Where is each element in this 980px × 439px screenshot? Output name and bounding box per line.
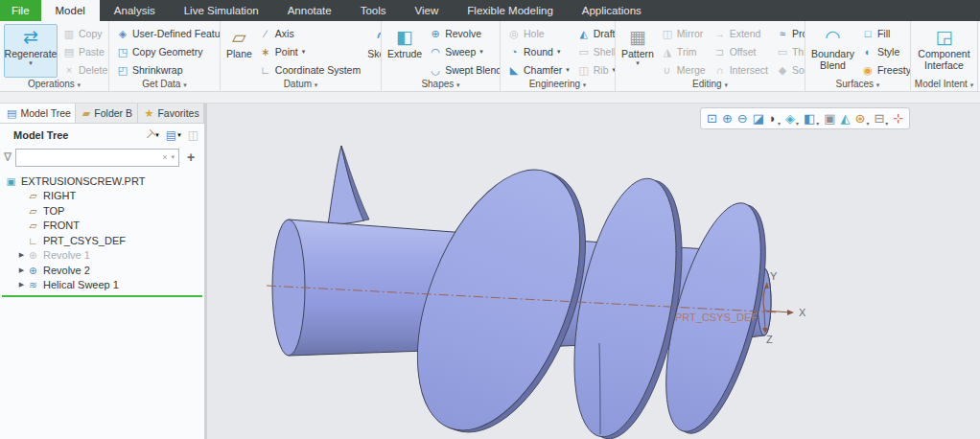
style-button[interactable]: ◐Style [858,43,911,60]
tree-display-options-button[interactable]: ▤▾ [166,128,181,142]
button-label: Axis [275,28,294,39]
expander-icon[interactable]: ▶ [17,251,26,259]
button-label: Boundary Blend [811,48,854,71]
tree-item-revolve-2[interactable]: ▶⊕Revolve 2 [0,263,204,278]
coordinate-system-button[interactable]: ∟Coordinate System [256,61,363,79]
ribbon-group-label[interactable]: Surfaces ▾ [805,79,910,91]
style-icon: ◐ [861,46,875,58]
insert-locator[interactable] [2,295,202,297]
repaint-icon: ◪ [753,111,764,126]
display-style-button[interactable]: ◧▾ [802,108,821,128]
hole-icon: ◎ [507,28,521,40]
revolve-button[interactable]: ⊕Revolve [426,25,501,42]
refit-button[interactable]: ⊡ [705,108,719,128]
point-button[interactable]: ∗Point▾ [256,43,363,60]
chamfer-button[interactable]: ◣Chamfer▾ [504,61,572,79]
fill-button[interactable]: □Fill [858,25,911,42]
tree-item-revolve-1[interactable]: ▶⊕Revolve 1 [0,248,204,264]
tree-item-label: Helical Sweep 1 [43,279,119,290]
tree-item-prt-csys-def[interactable]: ∟PRT_CSYS_DEF [0,233,204,248]
refit-icon: ⊡ [707,111,717,126]
project-button[interactable]: ≈Project [773,25,805,42]
chevron-down-icon: ▾ [456,81,460,88]
tree-search-button[interactable]: ◫ [188,128,198,142]
draft-button[interactable]: ◭Draft▾ [574,25,616,42]
swept-blend-button[interactable]: ◡Swept Blend [426,61,501,79]
user-defined-feature-icon: ◈ [116,28,129,40]
sweep-button[interactable]: ◠Sweep▾ [426,43,501,60]
navigator-tab-model-tree[interactable]: ▤Model Tree [0,104,76,123]
ribbon-group-label[interactable]: Model Intent ▾ [911,79,977,91]
thicken-icon: ▭ [776,46,789,58]
filter-clear-icon[interactable]: × [160,152,169,162]
shrinkwrap-button[interactable]: ◰Shrinkwrap [113,61,221,79]
revolve-icon: ⊕ [26,265,40,276]
offset-button: ⊐Offset [711,43,771,60]
navigator-panel: ▤Model Tree▰Folder B★Favorites Model Tre… [0,103,204,439]
filter-dropdown-icon[interactable]: ▾ [169,153,176,161]
repaint-button[interactable]: ◪ [751,108,766,128]
named-views-button[interactable]: ◈▾ [783,108,801,128]
axis-button[interactable]: ∕Axis [256,25,363,42]
user-defined-feature-button[interactable]: ◈User-Defined Feature [113,25,221,42]
fill-icon: □ [861,28,875,39]
expander-icon[interactable]: ▶ [17,281,26,289]
tab-tools[interactable]: Tools [346,0,401,21]
ribbon-group-label[interactable]: Datum ▾ [221,79,381,91]
tree-item-extrusionscrew-prt[interactable]: ▣EXTRUSIONSCREW.PRT [0,173,204,189]
navigator-tab-favorites[interactable]: ★Favorites [138,104,204,123]
tab-live-simulation[interactable]: Live Simulation [170,0,273,21]
zoom-in-button[interactable]: ⊕ [720,108,735,128]
expander-icon[interactable]: ▶ [17,266,26,274]
ribbon-group-label[interactable]: Engineering ▾ [501,79,615,91]
button-label: Style [877,46,899,58]
tab-model[interactable]: Model [41,0,100,21]
tab-applications[interactable]: Applications [568,0,656,21]
button-label: Plane [226,48,252,59]
tab-analysis[interactable]: Analysis [100,0,170,21]
filter-input[interactable] [20,151,160,163]
component-interface-button[interactable]: ◲Component Interface [915,24,973,78]
tree-item-helical-sweep-1[interactable]: ▶≋Helical Sweep 1 [0,278,204,293]
csys-label[interactable]: PRT_CSYS_DEF [675,312,758,323]
ribbon-group-label[interactable]: Editing ▾ [616,79,805,91]
tree-item-label: Revolve 2 [43,265,90,276]
freestyle-button[interactable]: ◉Freestyle [858,61,911,79]
ribbon-group-label[interactable]: Shapes ▾ [382,79,500,91]
tab-view[interactable]: View [401,0,454,21]
shading-button[interactable]: ◗▾ [767,108,782,128]
saved-orientations-button[interactable]: ▣ [822,108,837,128]
spin-center-button[interactable]: ⊹ [891,108,905,128]
regenerate-button[interactable]: ⇄Regenerate▾ [4,24,58,78]
screw-3d-model[interactable]: PRT_CSYS_DEF Y X Z [207,104,980,439]
navigator-tab-folder-b[interactable]: ▰Folder B [76,104,138,123]
project-icon: ≈ [776,28,789,39]
shell-button: ▭Shell [574,43,616,60]
sketch-button[interactable]: ∿Sketch [365,24,382,78]
plane-button[interactable]: ▱Plane [224,24,254,78]
copy-geometry-button[interactable]: ◳Copy Geometry [113,43,221,60]
filter-add-button[interactable]: + [183,150,198,165]
tree-item-front[interactable]: ▱FRONT [0,219,204,234]
tab-annotate[interactable]: Annotate [273,0,346,21]
graphics-area[interactable]: ⊡⊕⊖◪◗▾◈▾◧▾▣◭⊛▾⊟▾⊹ [204,103,980,439]
tree-item-top[interactable]: ▱TOP [0,203,204,219]
annotation-display-button[interactable]: ⊟▾ [872,108,890,128]
tree-search-icon: ◫ [188,128,198,142]
tree-settings-button[interactable]: ⊤▾ [145,128,159,142]
section-button[interactable]: ◭ [839,108,852,128]
tab-file[interactable]: File [0,0,41,21]
sweep-icon: ◠ [429,46,442,58]
tree-item-right[interactable]: ▱RIGHT [0,189,204,204]
button-label: Hole [524,28,545,39]
screw-blade-fin-1 [328,146,369,225]
ribbon-group-label[interactable]: Operations ▾ [0,79,108,91]
datum-display-button[interactable]: ⊛▾ [853,108,872,128]
pattern-button[interactable]: ▦Pattern▾ [619,24,656,78]
zoom-out-button[interactable]: ⊖ [735,108,750,128]
ribbon-group-label[interactable]: Get Data ▾ [109,79,220,91]
round-button[interactable]: ◔Round▾ [504,43,572,60]
boundary-blend-button[interactable]: ◠Boundary Blend [809,24,856,78]
tab-flexible-modeling[interactable]: Flexible Modeling [453,0,568,21]
extrude-button[interactable]: ◧Extrude [385,24,424,78]
